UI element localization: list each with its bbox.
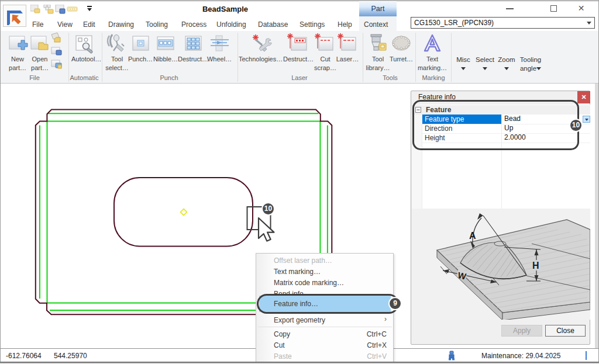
svg-text:A: A [469, 231, 476, 241]
svg-text:H: H [532, 261, 539, 271]
